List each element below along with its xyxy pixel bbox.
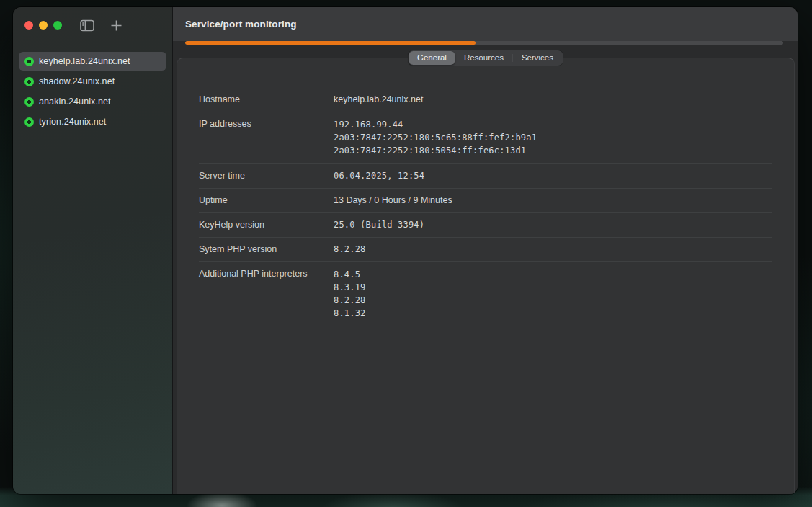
progress-bar-track <box>185 41 783 45</box>
detail-value: 25.0 (Build 3394) <box>334 219 424 231</box>
tab-general[interactable]: General <box>409 51 455 65</box>
status-online-icon <box>24 77 34 86</box>
desktop-background: keyhelp.lab.24unix.net shadow.24unix.net… <box>0 0 812 507</box>
sidebar-item-tyrion[interactable]: tyrion.24unix.net <box>19 112 166 131</box>
detail-row-additional-php: Additional PHP interpreters 8.4.5 8.3.19… <box>199 261 772 326</box>
tab-services[interactable]: Services <box>513 51 562 65</box>
tab-resources[interactable]: Resources <box>455 51 512 65</box>
status-online-icon <box>24 97 34 107</box>
main-area: Service/port monitoring General Resource… <box>173 7 798 494</box>
progress-bar-fill <box>185 41 476 45</box>
detail-label: IP addresses <box>199 118 334 130</box>
sidebar-item-anakin[interactable]: anakin.24unix.net <box>19 92 166 111</box>
tab-bar: General Resources Services <box>408 50 563 66</box>
content-panel: Hostname keyhelp.lab.24unix.net IP addre… <box>177 58 795 494</box>
detail-value: 13 Days / 0 Hours / 9 Minutes <box>334 194 452 207</box>
app-window: keyhelp.lab.24unix.net shadow.24unix.net… <box>13 7 798 494</box>
sidebar-toggle-icon <box>80 19 94 35</box>
detail-value: keyhelp.lab.24unix.net <box>334 94 423 106</box>
server-name: keyhelp.lab.24unix.net <box>39 56 130 66</box>
detail-value: 8.2.28 <box>334 243 366 256</box>
detail-row-uptime: Uptime 13 Days / 0 Hours / 9 Minutes <box>199 188 772 212</box>
status-online-icon <box>24 57 34 66</box>
detail-value: 8.4.5 8.3.19 8.2.28 8.1.32 <box>334 268 366 320</box>
add-server-button[interactable] <box>107 19 125 35</box>
minimize-button[interactable] <box>39 21 48 30</box>
details-table: Hostname keyhelp.lab.24unix.net IP addre… <box>177 58 794 326</box>
server-name: anakin.24unix.net <box>39 97 111 107</box>
detail-label: Uptime <box>199 194 334 207</box>
server-name: shadow.24unix.net <box>39 76 115 86</box>
detail-label: Additional PHP interpreters <box>199 268 334 280</box>
page-title: Service/port monitoring <box>185 19 297 30</box>
sidebar-item-shadow[interactable]: shadow.24unix.net <box>19 72 166 91</box>
detail-row-server-time: Server time 06.04.2025, 12:54 <box>199 163 772 188</box>
detail-label: Server time <box>199 170 334 182</box>
close-button[interactable] <box>24 21 33 30</box>
progress-row <box>173 41 798 45</box>
detail-label: KeyHelp version <box>199 219 334 231</box>
detail-row-ip-addresses: IP addresses 192.168.99.44 2a03:7847:225… <box>199 112 772 163</box>
plus-icon <box>111 20 122 34</box>
zoom-button[interactable] <box>53 21 62 30</box>
server-list: keyhelp.lab.24unix.net shadow.24unix.net… <box>13 45 172 131</box>
server-name: tyrion.24unix.net <box>39 117 106 127</box>
status-online-icon <box>24 117 34 127</box>
traffic-lights <box>24 21 62 30</box>
detail-row-keyhelp-version: KeyHelp version 25.0 (Build 3394) <box>199 212 772 237</box>
detail-value: 06.04.2025, 12:54 <box>334 170 424 182</box>
detail-row-system-php-version: Sytem PHP version 8.2.28 <box>199 237 772 261</box>
sidebar-item-keyhelp[interactable]: keyhelp.lab.24unix.net <box>19 52 166 71</box>
main-header: Service/port monitoring <box>173 7 798 41</box>
detail-value: 192.168.99.44 2a03:7847:2252:180:5c65:88… <box>334 118 537 158</box>
sidebar-titlebar <box>13 7 172 45</box>
detail-label: Sytem PHP version <box>199 243 334 256</box>
sidebar: keyhelp.lab.24unix.net shadow.24unix.net… <box>13 7 173 494</box>
toggle-sidebar-button[interactable] <box>79 19 96 35</box>
detail-label: Hostname <box>199 94 334 106</box>
detail-row-hostname: Hostname keyhelp.lab.24unix.net <box>199 88 772 112</box>
